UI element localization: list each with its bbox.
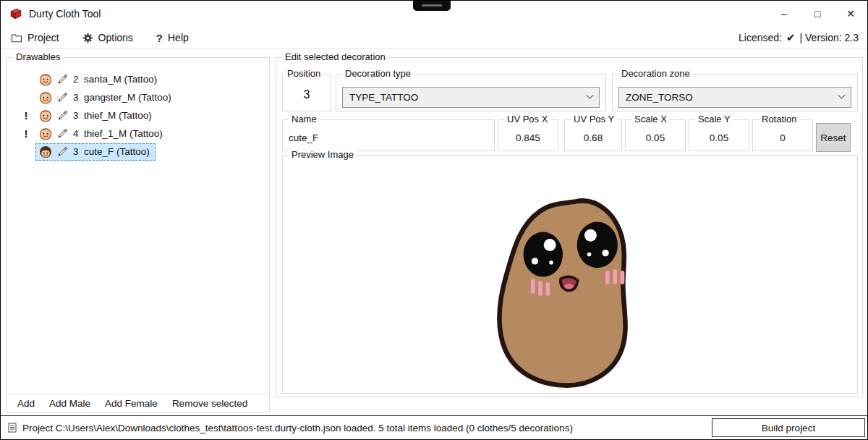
menu-help-label: Help bbox=[168, 32, 189, 43]
pencil-icon bbox=[57, 146, 68, 157]
title-bar: Durty Cloth Tool – □ ✕ bbox=[1, 1, 867, 27]
uv-pos-x-input[interactable] bbox=[498, 120, 558, 151]
app-icon bbox=[9, 7, 22, 20]
preview-image bbox=[488, 195, 647, 394]
name-label: Name bbox=[289, 114, 320, 124]
drag-handle bbox=[422, 4, 442, 7]
rotation-input[interactable] bbox=[753, 120, 812, 151]
list-item: 3 cute_F (Tattoo) bbox=[7, 143, 269, 161]
pencil-icon bbox=[57, 92, 68, 103]
list-item: ! 3 thief_M (Tattoo) bbox=[7, 106, 269, 124]
document-icon bbox=[8, 423, 17, 433]
name-input[interactable] bbox=[283, 120, 494, 151]
drawables-list: 2 santa_M (Tattoo) bbox=[7, 58, 269, 161]
menu-options-label: Options bbox=[98, 32, 133, 43]
drawables-toolbar: Add Add Male Add Female Remove selected bbox=[8, 394, 268, 412]
maximize-button[interactable]: □ bbox=[801, 1, 834, 27]
reset-button[interactable]: Reset bbox=[816, 123, 851, 152]
chevron-down-icon bbox=[587, 92, 594, 99]
window-title: Durty Cloth Tool bbox=[29, 8, 101, 20]
scale-y-label: Scale Y bbox=[695, 114, 733, 124]
help-icon: ? bbox=[156, 32, 163, 44]
preview-image-label: Preview Image bbox=[289, 149, 357, 160]
decoration-type-label: Decoration type bbox=[342, 68, 414, 79]
decoration-type-group: Decoration type TYPE_TATTOO bbox=[336, 74, 606, 111]
pencil-icon bbox=[57, 74, 68, 85]
item-number: 3 bbox=[73, 92, 79, 103]
uv-pos-y-group: UV Pos Y bbox=[564, 119, 622, 151]
item-name: thief_1_M (Tattoo) bbox=[84, 128, 163, 139]
warning-icon: ! bbox=[17, 109, 35, 122]
scale-x-input[interactable] bbox=[626, 120, 685, 151]
item-number: 2 bbox=[73, 74, 79, 85]
license-info: Licensed: ✔ | Version: 2.3 bbox=[739, 31, 859, 44]
decoration-zone-label: Decoration zone bbox=[618, 68, 693, 79]
menu-help[interactable]: ? Help bbox=[155, 30, 190, 46]
menu-bar: Project Options ? Help Licen bbox=[1, 27, 867, 49]
add-male-button[interactable]: Add Male bbox=[49, 398, 90, 409]
drawable-row-thief[interactable]: 3 thief_M (Tattoo) bbox=[35, 107, 158, 124]
decoration-type-select[interactable]: TYPE_TATTOO bbox=[342, 87, 600, 108]
minimize-button[interactable]: – bbox=[767, 1, 801, 27]
drawable-row-gangster[interactable]: 3 gangster_M (Tattoo) bbox=[35, 89, 177, 106]
app-window: Durty Cloth Tool – □ ✕ Project bbox=[0, 0, 868, 440]
rotation-group: Rotation bbox=[752, 119, 813, 151]
preview-image-group: Preview Image bbox=[282, 155, 858, 394]
licensed-label: Licensed: bbox=[739, 32, 782, 43]
screen-capture-overlay bbox=[413, 1, 451, 11]
chevron-down-icon bbox=[838, 92, 846, 99]
uv-pos-y-input[interactable] bbox=[565, 120, 621, 151]
menu-options[interactable]: Options bbox=[81, 30, 135, 46]
close-button[interactable]: ✕ bbox=[834, 1, 867, 27]
remove-selected-button[interactable]: Remove selected bbox=[172, 398, 247, 409]
warning-icon: ! bbox=[17, 127, 35, 140]
add-female-button[interactable]: Add Female bbox=[105, 398, 158, 409]
version-label: | Version: 2.3 bbox=[800, 32, 859, 43]
name-group: Name bbox=[282, 119, 495, 151]
male-face-icon bbox=[39, 73, 52, 86]
item-number: 3 bbox=[73, 110, 79, 121]
status-text: Project C:\Users\Alex\Downloads\clothes_… bbox=[22, 423, 573, 433]
male-face-icon bbox=[39, 109, 52, 122]
menu-project[interactable]: Project bbox=[9, 30, 61, 46]
decoration-zone-select[interactable]: ZONE_TORSO bbox=[618, 87, 851, 108]
decoration-type-value: TYPE_TATTOO bbox=[349, 92, 418, 103]
decoration-zone-value: ZONE_TORSO bbox=[626, 92, 693, 103]
drawable-row-cute-selected[interactable]: 3 cute_F (Tattoo) bbox=[35, 143, 156, 161]
menu-project-label: Project bbox=[27, 32, 59, 43]
list-item: ! 4 thief_1_M (Tattoo) bbox=[7, 124, 269, 143]
item-name: gangster_M (Tattoo) bbox=[84, 92, 171, 103]
window-controls: – □ ✕ bbox=[767, 1, 867, 27]
scale-y-group: Scale Y bbox=[689, 119, 749, 151]
build-project-button[interactable]: Build project bbox=[712, 418, 865, 437]
scale-x-label: Scale X bbox=[631, 114, 670, 124]
status-bar: Project C:\Users\Alex\Downloads\clothes_… bbox=[1, 415, 867, 439]
folder-icon bbox=[11, 33, 22, 43]
uv-pos-y-label: UV Pos Y bbox=[571, 114, 617, 124]
drawable-row-santa[interactable]: 2 santa_M (Tattoo) bbox=[35, 71, 163, 88]
item-name: thief_M (Tattoo) bbox=[84, 110, 152, 121]
edit-decoration-panel: Edit selected decoration Position Decora… bbox=[276, 57, 863, 397]
drawable-row-thief-1[interactable]: 4 thief_1_M (Tattoo) bbox=[35, 125, 169, 143]
male-face-icon bbox=[39, 91, 52, 104]
scale-y-input[interactable] bbox=[689, 120, 749, 151]
list-item: 2 santa_M (Tattoo) bbox=[7, 70, 269, 88]
position-label: Position bbox=[284, 68, 323, 79]
editor-legend: Edit selected decoration bbox=[282, 51, 388, 62]
check-icon: ✔ bbox=[786, 31, 796, 44]
item-name: cute_F (Tattoo) bbox=[84, 146, 150, 157]
drawables-panel: Drawables 2 s bbox=[7, 57, 270, 413]
uv-pos-x-group: UV Pos X bbox=[498, 119, 558, 151]
position-group: Position bbox=[282, 74, 331, 111]
item-number: 4 bbox=[73, 128, 79, 139]
decoration-zone-group: Decoration zone ZONE_TORSO bbox=[612, 74, 858, 111]
position-input[interactable] bbox=[283, 75, 331, 111]
potato-cartoon-image bbox=[488, 195, 647, 392]
item-name: santa_M (Tattoo) bbox=[84, 74, 157, 85]
uv-pos-x-label: UV Pos X bbox=[504, 114, 550, 124]
scale-x-group: Scale X bbox=[625, 119, 686, 151]
add-button[interactable]: Add bbox=[17, 398, 35, 409]
rotation-label: Rotation bbox=[759, 114, 799, 124]
drawables-legend: Drawables bbox=[13, 51, 63, 62]
pencil-icon bbox=[57, 110, 68, 121]
